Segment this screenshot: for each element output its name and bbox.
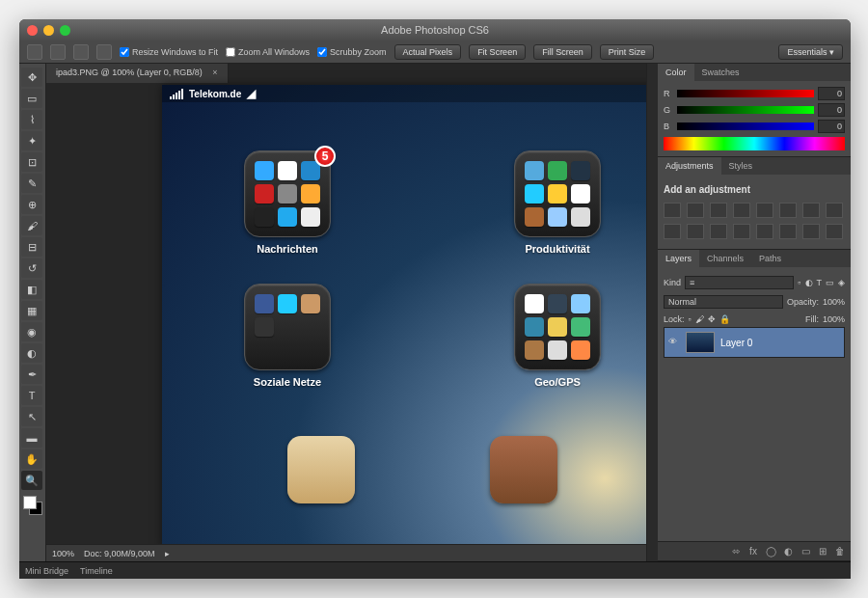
mask-icon[interactable]: ◯ xyxy=(764,545,777,558)
hue-icon[interactable] xyxy=(779,203,797,218)
ps-icon[interactable] xyxy=(27,44,42,60)
layer-thumbnail[interactable] xyxy=(686,332,715,353)
fill-value[interactable]: 100% xyxy=(823,314,845,324)
zoom-tool[interactable]: 🔍 xyxy=(21,471,42,490)
posterize-icon[interactable] xyxy=(756,224,773,239)
dodge-tool[interactable]: ◐ xyxy=(21,343,42,363)
layers-tab[interactable]: Layers xyxy=(658,250,699,267)
doc-size[interactable]: Doc: 9,00M/9,00M xyxy=(84,549,155,558)
adjustment-layer-icon[interactable]: ◐ xyxy=(781,545,795,558)
eraser-tool[interactable]: ◧ xyxy=(21,280,42,299)
fit-screen-button[interactable]: Fit Screen xyxy=(469,44,526,60)
type-tool[interactable]: T xyxy=(21,386,42,405)
lock-all-icon[interactable]: 🔒 xyxy=(719,314,730,324)
fx-icon[interactable]: fx xyxy=(746,545,760,558)
foreground-swatch[interactable] xyxy=(23,496,37,509)
lock-position-icon[interactable]: ✥ xyxy=(708,314,716,324)
close-window-button[interactable] xyxy=(27,25,38,36)
zoom-window-button[interactable] xyxy=(60,25,70,36)
pen-tool[interactable]: ✒ xyxy=(21,365,42,384)
statusbar-arrow-icon[interactable]: ▸ xyxy=(165,549,170,558)
move-tool[interactable]: ✥ xyxy=(21,68,42,87)
hand-tool[interactable]: ✋ xyxy=(21,449,42,469)
timeline-tab[interactable]: Timeline xyxy=(80,566,113,576)
spectrum-picker[interactable] xyxy=(664,137,845,150)
lasso-tool[interactable]: ⌇ xyxy=(21,110,42,129)
actual-pixels-button[interactable]: Actual Pixels xyxy=(394,44,462,60)
link-layers-icon[interactable]: ⬄ xyxy=(729,545,743,558)
invert-icon[interactable] xyxy=(733,224,750,239)
curves-icon[interactable] xyxy=(710,203,727,218)
eyedropper-tool[interactable]: ✎ xyxy=(21,174,42,193)
layer-name[interactable]: Layer 0 xyxy=(720,338,752,348)
brightness-icon[interactable] xyxy=(664,203,681,218)
new-layer-icon[interactable]: ⊞ xyxy=(816,545,829,558)
healing-tool[interactable]: ⊕ xyxy=(21,195,42,214)
wand-tool[interactable]: ✦ xyxy=(21,131,42,150)
green-input[interactable] xyxy=(818,103,845,117)
bw-icon[interactable] xyxy=(826,203,843,218)
blend-mode-dropdown[interactable]: Normal xyxy=(664,295,783,309)
levels-icon[interactable] xyxy=(687,203,704,218)
minimize-window-button[interactable] xyxy=(43,25,54,36)
filter-adj-icon[interactable]: ◐ xyxy=(805,278,813,287)
selective-color-icon[interactable] xyxy=(826,224,843,239)
opacity-value[interactable]: 100% xyxy=(823,297,845,307)
mini-bridge-tab[interactable]: Mini Bridge xyxy=(25,566,68,576)
lut-icon[interactable] xyxy=(710,224,727,239)
color-balance-icon[interactable] xyxy=(802,203,820,218)
exposure-icon[interactable] xyxy=(733,203,750,218)
styles-tab[interactable]: Styles xyxy=(721,157,761,175)
red-input[interactable] xyxy=(818,87,845,100)
crop-tool[interactable]: ⊡ xyxy=(21,152,42,172)
zoom-options-icon[interactable] xyxy=(96,44,112,60)
delete-layer-icon[interactable]: 🗑 xyxy=(833,545,847,558)
zoom-tool-icon[interactable] xyxy=(50,44,66,60)
scrubby-zoom-checkbox[interactable]: Scrubby Zoom xyxy=(317,47,387,57)
document-tab[interactable]: ipad3.PNG @ 100% (Layer 0, RGB/8) × xyxy=(46,64,229,83)
filter-pixel-icon[interactable]: ▫ xyxy=(798,278,800,287)
vibrance-icon[interactable] xyxy=(756,203,773,218)
color-swatches[interactable] xyxy=(21,496,43,521)
canvas[interactable]: Telekom.de ◢ 5 Nachrichten xyxy=(162,85,646,548)
marquee-tool[interactable]: ▭ xyxy=(21,89,42,108)
workspace-selector[interactable]: Essentials ▾ xyxy=(778,44,843,60)
zoom-out-icon[interactable] xyxy=(73,44,89,60)
filter-smart-icon[interactable]: ◈ xyxy=(838,278,845,287)
path-tool[interactable]: ↖ xyxy=(21,407,42,426)
adjustments-tab[interactable]: Adjustments xyxy=(658,157,721,175)
close-tab-icon[interactable]: × xyxy=(212,68,217,77)
print-size-button[interactable]: Print Size xyxy=(600,44,655,60)
blur-tool[interactable]: ◉ xyxy=(21,322,42,341)
threshold-icon[interactable] xyxy=(779,224,797,239)
zoom-all-checkbox[interactable]: Zoom All Windows xyxy=(226,47,310,57)
green-slider[interactable] xyxy=(677,106,814,114)
blue-slider[interactable] xyxy=(677,122,814,130)
gradient-map-icon[interactable] xyxy=(802,224,820,239)
paths-tab[interactable]: Paths xyxy=(751,250,789,267)
fill-screen-button[interactable]: Fill Screen xyxy=(533,44,592,60)
filter-shape-icon[interactable]: ▭ xyxy=(826,278,834,287)
history-brush-tool[interactable]: ↺ xyxy=(21,258,42,278)
lock-pixels-icon[interactable]: 🖌 xyxy=(695,314,704,324)
layer-row[interactable]: 👁 Layer 0 xyxy=(664,327,845,358)
visibility-icon[interactable]: 👁 xyxy=(668,337,680,348)
gradient-tool[interactable]: ▦ xyxy=(21,301,42,320)
filter-type-icon[interactable]: T xyxy=(817,278,823,287)
channel-mixer-icon[interactable] xyxy=(687,224,704,239)
blue-input[interactable] xyxy=(818,120,845,133)
channels-tab[interactable]: Channels xyxy=(699,250,751,267)
shape-tool[interactable]: ▬ xyxy=(21,428,42,448)
brush-tool[interactable]: 🖌 xyxy=(21,216,42,235)
kind-filter[interactable]: ≡ xyxy=(685,276,794,289)
stamp-tool[interactable]: ⊟ xyxy=(21,237,42,257)
photo-filter-icon[interactable] xyxy=(664,224,681,239)
zoom-level[interactable]: 100% xyxy=(52,549,74,558)
color-tab[interactable]: Color xyxy=(658,64,694,81)
group-icon[interactable]: ▭ xyxy=(799,545,812,558)
swatches-tab[interactable]: Swatches xyxy=(694,64,747,81)
resize-windows-checkbox[interactable]: Resize Windows to Fit xyxy=(120,47,218,57)
red-slider[interactable] xyxy=(677,90,814,97)
lock-transparency-icon[interactable]: ▫ xyxy=(689,314,692,324)
collapsed-panel-strip[interactable] xyxy=(646,64,658,561)
